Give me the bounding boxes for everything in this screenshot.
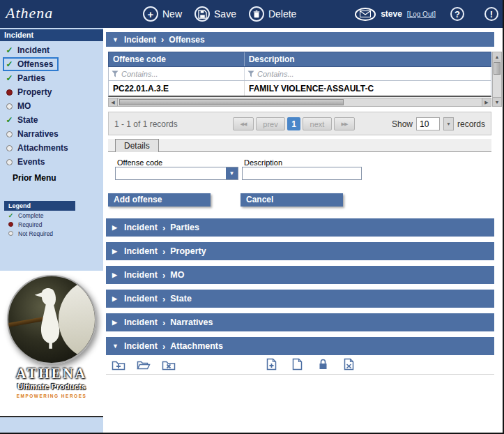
breadcrumb-root: Incident	[124, 270, 158, 280]
pagination-bar: 1 - 1 of 1 records ◀◀ prev 1 next ▶▶ Sho…	[108, 112, 491, 135]
complete-check-icon: ✓	[7, 212, 15, 219]
help-icon[interactable]: ?	[450, 7, 464, 21]
logout-link[interactable]: [Log Out]	[407, 10, 436, 18]
scroll-up-icon[interactable]: ▲	[493, 52, 501, 61]
sidebar-item-property[interactable]: Property	[3, 85, 57, 99]
expand-icon: ▶	[112, 319, 119, 326]
description-filter-input[interactable]	[257, 70, 348, 78]
complete-check-icon: ✓	[6, 45, 13, 55]
section-narratives-header[interactable]: ▶ Incident › Narratives	[106, 313, 494, 331]
current-page-button[interactable]: 1	[287, 117, 300, 130]
new-button[interactable]: + New	[143, 6, 182, 22]
table-row[interactable]: PC22.01.A.3.E FAMILY VIOLENCE-ASSAULT-C	[108, 81, 491, 97]
file-icon[interactable]	[292, 358, 303, 371]
section-attachments-header[interactable]: ▼ Incident › Attachments	[106, 337, 494, 355]
required-dot-icon	[7, 222, 15, 227]
sidebar-item-mo[interactable]: MO	[3, 99, 36, 113]
table-header-row: Offense code Description	[108, 52, 491, 67]
column-header-offense-code[interactable]: Offense code	[109, 52, 245, 66]
legend-label: Required	[18, 221, 43, 228]
records-summary: 1 - 1 of 1 records	[114, 119, 178, 129]
sidebar-item-events[interactable]: Events	[3, 155, 50, 169]
new-label: New	[162, 8, 182, 20]
section-parties-header[interactable]: ▶ Incident › Parties	[106, 218, 494, 237]
delete-button[interactable]: Delete	[249, 6, 296, 22]
open-folder-icon[interactable]	[137, 359, 151, 371]
scroll-left-icon[interactable]: ◀	[109, 98, 118, 106]
legend-item-not-required: Not Required	[4, 229, 75, 238]
delete-folder-icon[interactable]	[162, 359, 176, 371]
top-toolbar: Athena + New Save Delete steve [Log Out]…	[0, 0, 504, 28]
last-page-button[interactable]: ▶▶	[334, 117, 355, 130]
breadcrumb-separator-icon: ›	[162, 270, 165, 280]
add-offense-button[interactable]: Add offense	[108, 193, 211, 207]
sidebar-item-narratives[interactable]: Narratives	[3, 127, 64, 141]
legend-label: Not Required	[18, 230, 53, 237]
logo-tagline: EMPOWERING HEROES	[0, 394, 103, 398]
filter-icon[interactable]	[247, 68, 254, 80]
not-required-circle-icon	[6, 103, 13, 110]
breadcrumb-section: Offenses	[169, 35, 204, 45]
breadcrumb-section: Property	[170, 246, 206, 256]
scroll-right-icon[interactable]: ▶	[482, 98, 491, 106]
sidebar-item-label: Parties	[17, 73, 45, 83]
vertical-scrollbar-thumb[interactable]	[494, 62, 501, 75]
section-mo-header[interactable]: ▶ Incident › MO	[106, 266, 494, 284]
page-size-dropdown-icon[interactable]: ▼	[443, 117, 454, 130]
sidebar-item-label: Incident	[17, 45, 49, 55]
column-header-description[interactable]: Description	[245, 52, 491, 66]
delete-file-icon[interactable]	[344, 358, 354, 371]
description-input[interactable]	[242, 167, 362, 180]
section-offenses-header[interactable]: ▼ Incident › Offenses	[106, 32, 494, 47]
sidebar-item-label: State	[17, 115, 38, 125]
breadcrumb-root: Incident	[124, 294, 158, 304]
toolbar-actions: + New Save Delete	[143, 0, 296, 28]
chevron-down-icon[interactable]: ▼	[226, 167, 238, 179]
page-size-input[interactable]	[416, 117, 440, 130]
sidebar-item-incident[interactable]: ✓ Incident	[3, 43, 55, 57]
mail-icon[interactable]	[355, 8, 376, 21]
lock-icon[interactable]	[318, 358, 328, 371]
sidebar-item-attachments[interactable]: Attachments	[3, 141, 74, 155]
vertical-scrollbar[interactable]: ▲ ▼	[492, 52, 502, 107]
section-property-header[interactable]: ▶ Incident › Property	[106, 242, 494, 260]
cancel-button[interactable]: Cancel	[240, 193, 343, 207]
save-icon	[194, 6, 210, 22]
logo-subtitle: Ultimate Products	[0, 382, 103, 391]
offense-code-dropdown[interactable]: ▼	[115, 167, 238, 180]
offense-code-filter-input[interactable]	[121, 70, 212, 78]
add-file-icon[interactable]	[266, 358, 277, 371]
description-cell: FAMILY VIOLENCE-ASSAULT-C	[245, 81, 491, 96]
legend: Legend ✓ Complete Required Not Required	[4, 201, 75, 238]
expand-icon: ▶	[112, 295, 119, 302]
tab-details[interactable]: Details	[115, 139, 159, 152]
app-logo-text: Athena	[6, 4, 53, 22]
breadcrumb-section: Narratives	[170, 317, 213, 327]
first-page-button[interactable]: ◀◀	[233, 117, 254, 130]
breadcrumb-root: Incident	[124, 35, 156, 45]
horizontal-scrollbar[interactable]: ◀ ▶	[108, 98, 491, 107]
sidebar-item-state[interactable]: ✓ State	[3, 113, 43, 127]
next-page-button[interactable]: next	[303, 117, 332, 130]
filter-icon[interactable]	[112, 68, 119, 80]
complete-check-icon: ✓	[6, 115, 13, 125]
sidebar-item-offenses[interactable]: ✓ Offenses	[3, 57, 59, 71]
save-button[interactable]: Save	[194, 6, 236, 22]
athena-logo	[7, 275, 96, 364]
expand-icon: ▶	[112, 224, 119, 231]
complete-check-icon: ✓	[6, 73, 13, 83]
add-folder-icon[interactable]	[112, 359, 125, 371]
save-label: Save	[214, 8, 236, 20]
section-state-header[interactable]: ▶ Incident › State	[106, 290, 494, 308]
username: steve	[381, 9, 402, 19]
breadcrumb-root: Incident	[124, 341, 158, 351]
sidebar-item-parties[interactable]: ✓ Parties	[3, 71, 51, 85]
alert-icon[interactable]: !	[484, 7, 498, 21]
not-required-circle-icon	[6, 159, 13, 165]
collapse-icon: ▼	[112, 36, 119, 43]
prev-page-button[interactable]: prev	[256, 117, 285, 130]
prior-menu-link[interactable]: Prior Menu	[13, 173, 56, 183]
horizontal-scrollbar-thumb[interactable]	[119, 99, 344, 105]
scroll-down-icon[interactable]: ▼	[493, 97, 501, 106]
breadcrumb-separator-icon: ›	[162, 246, 165, 257]
